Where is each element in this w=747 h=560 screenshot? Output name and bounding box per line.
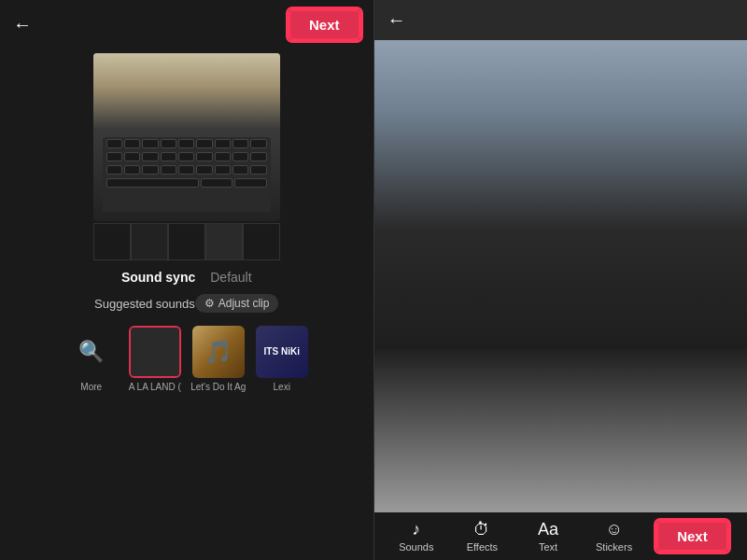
adjust-clip-label: Adjust clip <box>218 297 270 310</box>
text-icon: Aa <box>538 520 558 539</box>
keyboard-keys <box>103 137 271 212</box>
music-item-more[interactable]: 🔍 More <box>63 326 120 392</box>
video-preview-area: Sound sync Default Suggested sounds ⚙ Ad… <box>0 49 374 560</box>
right-video-area <box>374 40 748 512</box>
album2-icon-area: 🎵 <box>192 326 245 378</box>
right-next-button[interactable]: Next <box>656 521 728 552</box>
album1-icon-area <box>129 326 181 378</box>
left-back-arrow[interactable]: ← <box>13 14 32 35</box>
search-icon-area: 🔍 <box>65 326 118 378</box>
right-panel: ← Filters 🎙 Voiceover <box>374 0 748 560</box>
sound-sync-label: Sound sync <box>121 270 195 285</box>
left-header: ← Next <box>0 0 374 49</box>
bottom-item-text[interactable]: Aa Text <box>525 520 571 553</box>
album1-art <box>131 328 179 376</box>
suggested-sounds-label: Suggested sounds <box>94 297 195 311</box>
sounds-label: Sounds <box>399 541 433 553</box>
stickers-label: Stickers <box>596 541 632 553</box>
adjust-clip-icon: ⚙ <box>204 297 215 310</box>
album3-text: ITS NiKi <box>264 346 300 357</box>
album2-emoji: 🎵 <box>204 339 233 365</box>
right-keyboard-image <box>374 40 748 512</box>
stickers-icon: ☺ <box>605 520 622 539</box>
sounds-icon: ♪ <box>412 520 420 539</box>
music-item-lets-do-it[interactable]: 🎵 Let's Do It Ag <box>190 326 247 392</box>
left-panel: ← Next <box>0 0 374 560</box>
album2-art: 🎵 <box>192 326 245 378</box>
music-label-ala-land: A LA LAND ( <box>127 382 183 392</box>
adjust-clip-button[interactable]: ⚙ Adjust clip <box>195 294 279 313</box>
text-label: Text <box>539 541 557 553</box>
right-bottom-bar: ♪ Sounds ⏱ Effects Aa Text ☺ Stickers Ne… <box>374 512 748 560</box>
filmstrip <box>93 223 280 260</box>
video-thumbnail <box>93 53 280 221</box>
search-icon: 🔍 <box>78 340 104 364</box>
effects-label: Effects <box>467 541 498 553</box>
album3-art: ITS NiKi <box>256 326 308 378</box>
music-item-lexi[interactable]: ITS NiKi Lexi <box>254 326 310 392</box>
bottom-item-sounds[interactable]: ♪ Sounds <box>393 520 440 553</box>
right-back-arrow[interactable]: ← <box>388 9 406 31</box>
bottom-item-stickers[interactable]: ☺ Stickers <box>591 520 638 553</box>
default-label: Default <box>210 270 251 285</box>
left-next-button[interactable]: Next <box>289 9 360 40</box>
effects-icon: ⏱ <box>473 520 490 539</box>
keyboard-image <box>93 53 280 221</box>
album3-icon-area: ITS NiKi <box>256 326 308 378</box>
music-item-ala-land[interactable]: A LA LAND ( <box>127 326 183 392</box>
bottom-item-effects[interactable]: ⏱ Effects <box>458 520 505 553</box>
sound-sync-row: Sound sync Default <box>121 260 252 290</box>
music-label-lets-do-it: Let's Do It Ag <box>190 382 247 392</box>
right-header: ← <box>374 0 748 40</box>
suggested-row: Suggested sounds ⚙ Adjust clip <box>81 290 291 316</box>
music-items-row: 🔍 More A LA LAND ( 🎵 Let's Do It Ag <box>50 316 323 401</box>
music-label-more: More <box>63 382 120 392</box>
music-label-lexi: Lexi <box>254 382 310 392</box>
